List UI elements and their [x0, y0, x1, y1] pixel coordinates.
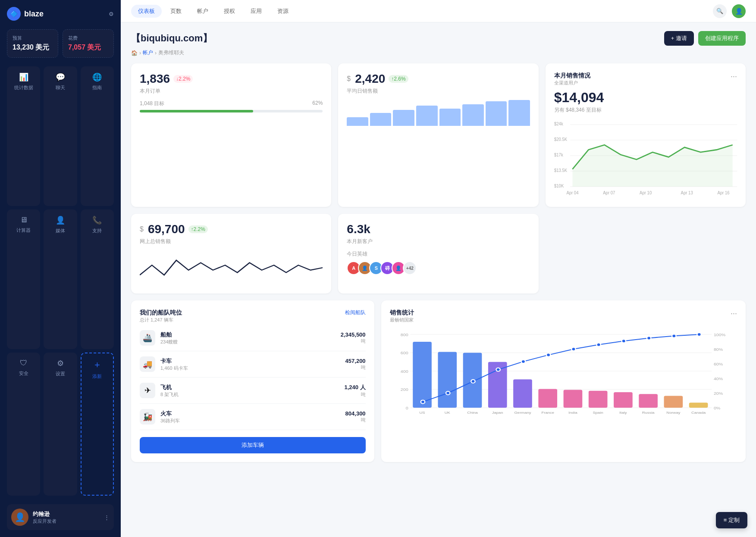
- fleet-name-train: 火车: [160, 410, 340, 418]
- fleet-item-ship: 🚢 船舶 234艘艘 2,345,500 吨: [140, 325, 366, 351]
- monthly-target: 另有 $48,346 至目标: [554, 106, 737, 114]
- progress-pct: 62%: [312, 100, 323, 107]
- new-customers-card: 6.3k 本月新客户 今日英雄 A 👤 S 碍 👤 +42: [338, 214, 538, 293]
- sales-chart-area: 02004006008000%20%40%60%80%100%USUKChina…: [390, 330, 737, 425]
- svg-text:Apr 10: Apr 10: [640, 190, 652, 195]
- fleet-value-truck: 457,200 吨: [345, 358, 366, 371]
- sidebar-item-settings[interactable]: ⚙ 设置: [44, 353, 77, 496]
- sidebar-item-security[interactable]: 🛡 安全: [7, 353, 40, 496]
- sidebar-item-calculator[interactable]: 🖥 计算器: [7, 209, 40, 349]
- chat-icon: 💬: [56, 72, 65, 82]
- support-icon: 📞: [92, 215, 102, 225]
- svg-text:$17k: $17k: [554, 153, 563, 157]
- sidebar-item-stats[interactable]: 📊 统计数据: [7, 66, 40, 206]
- fleet-name-truck: 卡车: [160, 357, 340, 365]
- svg-text:France: France: [541, 411, 554, 415]
- sales-chart-title: 销售统计: [390, 309, 414, 317]
- customize-button[interactable]: ≡ 定制: [716, 512, 747, 528]
- fleet-amount-train: 804,300: [345, 410, 366, 417]
- nav-grid: 📊 统计数据 💬 聊天 🌐 指南 🖥 计算器 👤 媒体 📞 支持 🛡 安全 ⚙: [7, 66, 114, 496]
- svg-text:China: China: [467, 411, 478, 415]
- fleet-card: 我们的船队吨位 总计 1,247 辆车 检阅船队 🚢 船舶 234艘艘 2,34…: [131, 300, 374, 462]
- breadcrumb: 🏠 › 帐户 › 奥弗维耶夫: [131, 49, 746, 56]
- monthly-line-chart: $24k $20.5K $17k $13.5K $10K: [554, 121, 737, 198]
- svg-rect-54: [689, 403, 708, 408]
- invite-button[interactable]: + 邀请: [664, 31, 694, 46]
- bar-col: [439, 109, 461, 126]
- sidebar: 🔷 blaze ⚙ 预算 13,230 美元 花费 7,057 美元 📊 统计数…: [0, 0, 121, 537]
- svg-point-61: [546, 353, 550, 357]
- fleet-value-plane: 1,240 人 吨: [344, 384, 365, 398]
- svg-rect-44: [563, 390, 582, 408]
- svg-text:Spain: Spain: [593, 411, 603, 415]
- svg-rect-42: [538, 389, 557, 408]
- calculator-icon: 🖥: [20, 215, 28, 225]
- sidebar-item-guide[interactable]: 🌐 指南: [81, 66, 114, 206]
- tab-apps[interactable]: 应用: [244, 5, 269, 18]
- svg-text:400: 400: [400, 369, 408, 374]
- sales-svg: 02004006008000%20%40%60%80%100%USUKChina…: [390, 330, 737, 434]
- svg-rect-48: [614, 392, 633, 408]
- new-customers-label: 本月新客户: [347, 238, 530, 245]
- fleet-unit-plane: 吨: [344, 391, 365, 398]
- chat-label: 聊天: [56, 84, 65, 91]
- stats-grid: 1,836 ↓2.2% 本月订单 1,048 目标 62% $: [131, 63, 746, 207]
- svg-point-60: [521, 360, 525, 363]
- tab-dashboard[interactable]: 仪表板: [131, 5, 162, 18]
- tab-accounts[interactable]: 帐户: [190, 5, 215, 18]
- fleet-amount-plane: 1,240 人: [344, 384, 365, 391]
- sidebar-settings-icon[interactable]: ⚙: [109, 11, 114, 17]
- expense-card: 花费 7,057 美元: [63, 29, 114, 58]
- profile-button[interactable]: 👤: [732, 4, 746, 18]
- svg-text:US: US: [419, 411, 425, 415]
- add-vehicle-button[interactable]: 添加车辆: [140, 437, 366, 453]
- fleet-value-train: 804,300 吨: [345, 410, 366, 423]
- tab-pages[interactable]: 页数: [163, 5, 188, 18]
- search-button[interactable]: 🔍: [713, 4, 727, 18]
- support-label: 支持: [92, 228, 102, 234]
- total-sales-card: $ 69,700 ↑2.2% 网上总销售额: [131, 214, 331, 293]
- tab-auth[interactable]: 授权: [217, 5, 242, 18]
- monthly-more-icon[interactable]: ···: [731, 72, 737, 81]
- breadcrumb-accounts[interactable]: 帐户: [143, 49, 153, 56]
- tab-resources[interactable]: 资源: [270, 5, 295, 18]
- avg-sales-change: ↑2.6%: [389, 75, 408, 83]
- wave-chart: [140, 250, 323, 285]
- bar-col: [508, 100, 530, 126]
- logo: 🔷 blaze: [7, 7, 44, 21]
- svg-rect-40: [513, 379, 532, 408]
- monthly-title-block: 本月销售情况 全渠道用户: [554, 72, 590, 86]
- budget-label: 预算: [13, 35, 53, 41]
- main-content: 仪表板 页数 帐户 授权 应用 资源 🔍 👤 【biqubiqu.com】 + …: [121, 0, 756, 537]
- svg-point-62: [571, 347, 575, 351]
- fleet-name-plane: 飞机: [160, 384, 339, 391]
- fleet-item-train: 🚂 火车 36路列车 804,300 吨: [140, 404, 366, 430]
- fleet-header: 我们的船队吨位 总计 1,247 辆车 检阅船队: [140, 309, 366, 323]
- sidebar-item-chat[interactable]: 💬 聊天: [44, 66, 77, 206]
- monthly-header: 本月销售情况 全渠道用户 ···: [554, 72, 737, 86]
- sidebar-item-support[interactable]: 📞 支持: [81, 209, 114, 349]
- sales-chart-subtitle: 最畅销国家: [390, 317, 414, 323]
- svg-text:Apr 16: Apr 16: [717, 190, 730, 195]
- breadcrumb-home: 🏠: [131, 50, 138, 56]
- svg-text:0%: 0%: [714, 406, 721, 410]
- svg-text:600: 600: [400, 351, 408, 355]
- sidebar-item-add[interactable]: + 添新: [81, 353, 114, 496]
- monthly-big-value: $14,094: [554, 90, 737, 106]
- create-app-button[interactable]: 创建应用程序: [698, 31, 746, 46]
- avg-sales-header: $ 2,420 ↑2.6%: [347, 72, 530, 86]
- add-label: 添新: [92, 373, 102, 380]
- hero-more: +42: [403, 261, 417, 275]
- ship-icon: 🚢: [140, 330, 155, 346]
- sidebar-item-media[interactable]: 👤 媒体: [44, 209, 77, 349]
- fleet-count-ship: 234艘艘: [160, 339, 336, 345]
- fleet-unit-ship: 吨: [341, 338, 366, 344]
- sales-chart-more-icon[interactable]: ···: [731, 309, 737, 318]
- fleet-title-block: 我们的船队吨位 总计 1,247 辆车: [140, 309, 182, 323]
- view-fleet-link[interactable]: 检阅船队: [345, 309, 366, 316]
- svg-point-63: [596, 343, 600, 347]
- media-label: 媒体: [56, 228, 65, 234]
- fleet-info-train: 火车 36路列车: [160, 410, 340, 424]
- user-more-icon[interactable]: ⋮: [104, 514, 110, 521]
- svg-point-67: [697, 333, 701, 336]
